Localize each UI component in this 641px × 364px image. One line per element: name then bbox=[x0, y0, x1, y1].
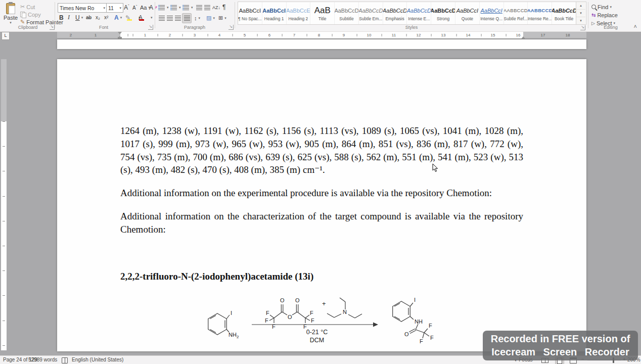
multilevel-list-button[interactable]: ▾ bbox=[182, 4, 193, 11]
align-right-icon bbox=[174, 15, 181, 22]
shrink-font-button[interactable]: Aˇ bbox=[132, 4, 137, 11]
subscript-button[interactable]: x₂ bbox=[96, 14, 100, 21]
style-subtle-reference[interactable]: AABBCCDSubtle Ref... bbox=[504, 2, 528, 24]
document-page[interactable]: 1264 (m), 1238 (w), 1191 (w), 1162 (s), … bbox=[57, 59, 586, 351]
clear-formatting-button[interactable]: A✗ bbox=[149, 4, 158, 11]
borders-button[interactable]: ⊞▾ bbox=[218, 14, 226, 22]
copy-label: Copy bbox=[28, 12, 41, 18]
align-left-button[interactable] bbox=[158, 14, 165, 22]
ruler-active-area bbox=[120, 32, 523, 38]
style-intense-emphasis[interactable]: AaBbCcDIntense E... bbox=[407, 2, 431, 24]
reaction-scheme-image[interactable]: I NH2 O O O F F F F F F + N I NH O F F F… bbox=[197, 291, 440, 350]
gallery-scroll-down[interactable]: ▾ bbox=[576, 10, 585, 17]
page-content: 1264 (m), 1238 (w), 1191 (w), 1162 (s), … bbox=[120, 124, 523, 283]
grow-font-button[interactable]: Aˆ bbox=[124, 4, 129, 11]
bold-button[interactable]: B bbox=[59, 14, 64, 21]
styles-group-label: Styles bbox=[238, 25, 585, 30]
line-spacing-button[interactable]: ↕▾ bbox=[194, 14, 200, 22]
style-title[interactable]: AaBTitle bbox=[310, 2, 335, 24]
justify-button[interactable] bbox=[182, 13, 192, 23]
italic-button[interactable]: I bbox=[68, 14, 70, 21]
collapse-ribbon-button[interactable]: ˄ bbox=[634, 23, 637, 29]
decrease-indent-icon bbox=[195, 4, 203, 11]
clipboard-dialog-launcher[interactable]: ↘ bbox=[50, 25, 55, 30]
shading-button[interactable]: ▨▾ bbox=[206, 14, 215, 22]
chevron-down-icon: ▾ bbox=[224, 16, 226, 20]
paragraph-dialog-launcher[interactable]: ↘ bbox=[228, 25, 234, 30]
decrease-indent-button[interactable] bbox=[195, 4, 203, 11]
ir-data-paragraph[interactable]: 1264 (m), 1238 (w), 1191 (w), 1162 (s), … bbox=[120, 124, 523, 176]
font-color-button[interactable]: A▾ bbox=[139, 14, 153, 21]
style-emphasis[interactable]: AaBbCcDEmphasis bbox=[383, 2, 407, 24]
ruler-number: 1 bbox=[144, 32, 146, 38]
atom-label: F bbox=[311, 317, 314, 324]
style-intense-quote[interactable]: AaBbCcIIntense Q... bbox=[480, 2, 504, 24]
replace-button[interactable]: ⇆ Replace bbox=[591, 11, 618, 19]
style-strong[interactable]: AaBbCcDStrong bbox=[431, 2, 455, 24]
search-icon bbox=[591, 5, 596, 9]
left-indent-marker[interactable] bbox=[118, 37, 122, 39]
ruler-number: 14 bbox=[466, 32, 471, 38]
ruler-number: 7 bbox=[293, 32, 295, 38]
text-effects-button[interactable]: A▾ bbox=[114, 14, 122, 21]
underline-button[interactable]: U▾ bbox=[75, 14, 83, 21]
font-size-combo[interactable]: 11 ▾ bbox=[106, 3, 123, 13]
chevron-down-icon: ▾ bbox=[151, 16, 153, 20]
style-no-spacing[interactable]: AaBbCcI¶ No Spac... bbox=[238, 2, 262, 24]
show-marks-button[interactable]: ¶ bbox=[222, 3, 225, 11]
font-name-combo[interactable]: Times New Ro ▾ bbox=[58, 3, 107, 13]
atom-label: NH bbox=[415, 318, 423, 325]
change-case-button[interactable]: Aa▾ bbox=[140, 4, 150, 11]
styles-gallery-items: AaBbCcI¶ No Spac... AaBbCcIHeading 1 AaB… bbox=[238, 2, 576, 24]
style-heading-1[interactable]: AaBbCcIHeading 1 bbox=[262, 2, 287, 24]
language-indicator[interactable]: English (United States) bbox=[72, 357, 123, 362]
numbering-button[interactable]: ▾ bbox=[170, 4, 181, 11]
sort-button[interactable]: AZ↓ bbox=[212, 4, 220, 11]
style-subtle-emphasis[interactable]: AaBbCcDSubtle Em... bbox=[359, 2, 383, 24]
atom-label: O bbox=[404, 331, 409, 337]
styles-dialog-launcher[interactable]: ↘ bbox=[580, 25, 585, 30]
experimental-info-paragraph[interactable]: Additional information on the experiment… bbox=[120, 187, 523, 200]
previous-page-bottom[interactable] bbox=[57, 39, 586, 49]
tab-stop-selector[interactable]: L bbox=[2, 32, 10, 40]
align-center-button[interactable] bbox=[166, 14, 173, 22]
ruler-number: 8 bbox=[318, 32, 320, 38]
atom-label: I bbox=[231, 310, 232, 316]
style-subtitle[interactable]: AaBbCcDSubtitle bbox=[335, 2, 359, 24]
multilevel-list-icon bbox=[182, 4, 190, 11]
font-dialog-launcher[interactable]: ↘ bbox=[148, 25, 153, 30]
characterization-info-paragraph[interactable]: Additional information on the characteri… bbox=[120, 210, 523, 236]
gallery-scroll-up[interactable]: ▴ bbox=[576, 2, 585, 10]
atom-label: F bbox=[266, 310, 269, 316]
align-left-icon bbox=[158, 15, 165, 22]
ruler-right-margin bbox=[523, 32, 586, 38]
font-color-bar bbox=[139, 19, 144, 21]
chevron-down-icon: ▾ bbox=[610, 5, 612, 9]
font-size-value: 11 bbox=[108, 5, 114, 11]
copy-button[interactable]: Copy bbox=[20, 11, 41, 18]
atom-label: F bbox=[265, 317, 268, 324]
cut-button[interactable]: ✂ Cut bbox=[20, 3, 35, 11]
superscript-button[interactable]: x² bbox=[104, 14, 108, 21]
strikethrough-button[interactable]: ab bbox=[86, 14, 91, 21]
style-book-title[interactable]: AaBbCcDBook Title bbox=[552, 2, 576, 24]
group-separator bbox=[235, 2, 235, 28]
style-quote[interactable]: AaBbCcIQuote bbox=[455, 2, 480, 24]
right-indent-marker[interactable] bbox=[521, 34, 525, 39]
word-count[interactable]: 52989 words bbox=[28, 357, 57, 362]
find-button[interactable]: Find ▾ bbox=[591, 3, 612, 11]
scissors-icon: ✂ bbox=[20, 4, 25, 10]
watermark-line2: Icecream Screen Recorder bbox=[483, 345, 638, 358]
compound-heading[interactable]: 2,2,2-trifluoro-N-(2-iodophenyl)acetamid… bbox=[120, 270, 523, 283]
increase-indent-button[interactable] bbox=[203, 4, 211, 11]
bullets-button[interactable]: ▾ bbox=[158, 4, 169, 11]
editing-group-label: Editing bbox=[590, 25, 631, 30]
style-intense-reference[interactable]: AABBCCDIntense Re... bbox=[528, 2, 552, 24]
style-heading-2[interactable]: AaBbCcEHeading 2 bbox=[287, 2, 311, 24]
increase-indent-icon bbox=[203, 4, 211, 11]
align-right-button[interactable] bbox=[174, 14, 181, 22]
gallery-more-button[interactable]: ▾ bbox=[576, 17, 585, 24]
chevron-down-icon: ▾ bbox=[167, 6, 169, 10]
align-center-icon bbox=[166, 15, 173, 22]
proofing-icon[interactable] bbox=[62, 357, 68, 363]
